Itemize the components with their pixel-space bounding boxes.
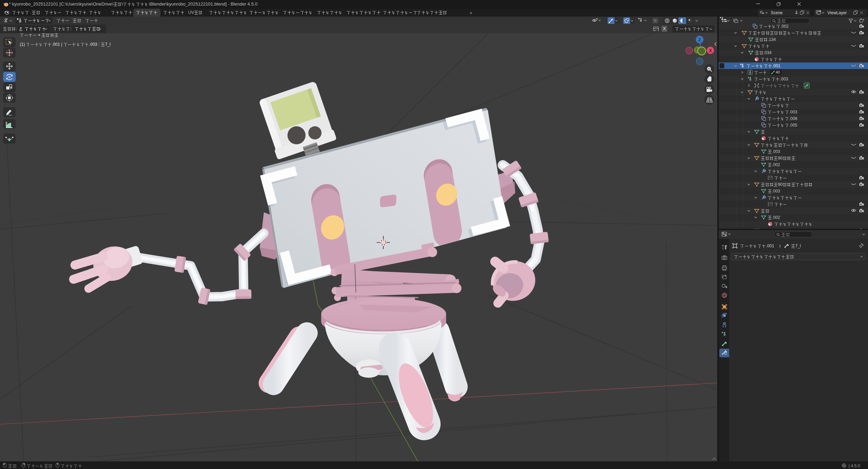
svg-text:Z: Z — [698, 37, 701, 42]
svg-text:X: X — [709, 48, 712, 53]
